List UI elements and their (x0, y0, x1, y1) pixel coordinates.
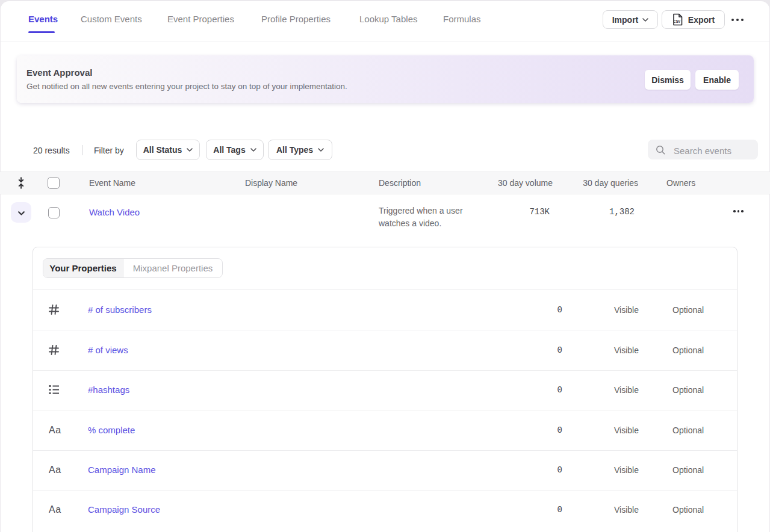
svg-text:CSV: CSV (673, 19, 680, 23)
